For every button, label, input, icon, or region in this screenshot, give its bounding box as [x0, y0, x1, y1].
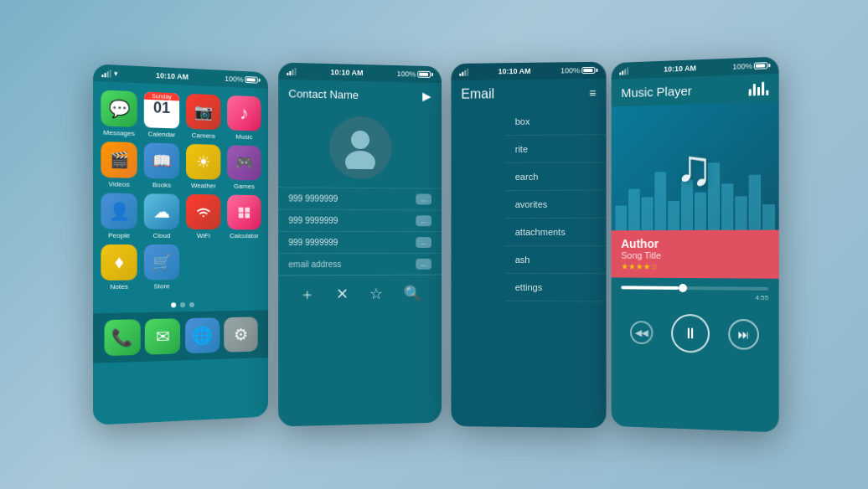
app-music[interactable]: ♪ Music	[226, 95, 261, 142]
app-videos[interactable]: 🎬 Videos	[100, 142, 137, 188]
play-icon[interactable]: ▶	[422, 90, 431, 103]
avatar-area	[278, 106, 442, 188]
dock-mail[interactable]: ✉	[145, 318, 180, 354]
calendar-icon: Sunday 01	[144, 92, 179, 129]
battery-pct-3: 100%	[561, 66, 580, 75]
notes-icon: ♦	[101, 244, 137, 281]
avatar	[329, 116, 392, 179]
contacts-bottom-bar: ＋ ✕ ☆ 🔍	[278, 275, 442, 313]
status-left-1: ▾	[101, 69, 118, 78]
app-notes[interactable]: ♦ Notes	[100, 244, 137, 291]
star-icon[interactable]: ☆	[369, 285, 382, 303]
email-title: Email	[461, 86, 494, 101]
status-left-2	[287, 67, 296, 75]
phone-email: 10:10 AM 100% Email ≡ box rite earch avo…	[451, 61, 606, 428]
search-icon[interactable]: 🔍	[403, 285, 421, 303]
phone-contacts: 10:10 AM 100% Contact Name ▶	[278, 63, 442, 427]
contact-action-btn-3[interactable]: ...	[416, 237, 431, 248]
hamburger-icon[interactable]: ≡	[589, 86, 596, 100]
messages-label: Messages	[103, 129, 135, 137]
people-icon: 👤	[101, 193, 137, 229]
app-cloud[interactable]: ☁ Cloud	[143, 193, 180, 239]
menu-item-favorites[interactable]: avorites	[505, 190, 607, 218]
album-art: ♫	[612, 102, 779, 231]
camera-label: Camera	[192, 131, 215, 140]
contact-row-3: 999 9999999 ...	[278, 231, 442, 253]
player-controls: ◀◀ ⏸ ⏭	[612, 305, 779, 363]
cloud-label: Cloud	[153, 232, 171, 239]
contact-name: Contact Name	[288, 87, 359, 101]
contact-row-1: 999 9999999 ...	[278, 187, 442, 209]
weather-label: Weather	[191, 182, 216, 189]
menu-item-settings[interactable]: ettings	[505, 273, 607, 301]
dot-3	[189, 302, 194, 307]
song-info: Author Song Title ★★★★☆	[612, 230, 779, 279]
bottom-dock: 📞 ✉ 🌐 ⚙	[93, 310, 268, 363]
calendar-label: Calendar	[148, 130, 176, 138]
app-messages[interactable]: 💬 Messages	[100, 90, 137, 137]
contact-action-btn-4[interactable]: ...	[416, 259, 431, 270]
contact-action-btn-2[interactable]: ...	[416, 215, 431, 226]
status-left-4	[619, 67, 628, 75]
status-bar-3: 10:10 AM 100%	[451, 61, 606, 80]
svg-point-0	[351, 130, 369, 148]
menu-item-search[interactable]: earch	[505, 162, 607, 191]
phone-number-2: 999 9999999	[288, 216, 338, 225]
camera-icon: 📷	[186, 94, 220, 130]
app-wifi[interactable]: WiFi	[185, 194, 221, 239]
app-camera[interactable]: 📷 Camera	[185, 94, 221, 140]
dock-settings[interactable]: ⚙	[224, 317, 257, 352]
phone-home: ▾ 10:10 AM 100% 💬 Messages Sunday	[93, 64, 268, 425]
app-books[interactable]: 📖 Books	[143, 142, 180, 188]
menu-item-attachments[interactable]: attachments	[505, 218, 607, 245]
progress-area: 4:55	[612, 277, 779, 306]
people-label: People	[108, 232, 130, 239]
song-title: Song Title	[621, 250, 768, 260]
prev-track-button[interactable]: ◀◀	[630, 321, 653, 344]
wifi-app-icon	[186, 194, 220, 229]
app-weather[interactable]: ☀ Weather	[185, 144, 221, 190]
music-app-label: Music	[235, 133, 252, 141]
app-store[interactable]: 🛒 Store	[143, 244, 180, 291]
contact-email-row: email address ...	[278, 253, 442, 275]
progress-bar[interactable]	[621, 286, 768, 291]
status-right-3: 100%	[561, 65, 597, 75]
battery-icon-2	[417, 71, 433, 78]
email-header: Email ≡	[451, 78, 606, 108]
battery-pct-2: 100%	[397, 69, 416, 78]
wifi-icon: ▾	[114, 69, 118, 78]
contact-action-btn-1[interactable]: ...	[416, 193, 431, 204]
app-games[interactable]: 🎮 Games	[226, 145, 261, 190]
next-track-button[interactable]: ⏭	[728, 319, 759, 350]
progress-fill	[621, 286, 679, 290]
music-title: Music Player	[621, 84, 692, 100]
signal-icon-4	[619, 67, 628, 75]
equalizer-icon	[749, 81, 769, 95]
menu-item-favorite[interactable]: rite	[505, 135, 607, 163]
menu-item-trash[interactable]: ash	[505, 245, 607, 273]
status-time-1: 10:10 AM	[156, 71, 189, 81]
menu-item-inbox[interactable]: box	[505, 107, 607, 136]
dock-phone[interactable]: 📞	[104, 319, 140, 356]
books-icon: 📖	[144, 142, 179, 178]
music-note-icon: ♫	[675, 138, 713, 197]
svg-point-1	[345, 150, 375, 168]
signal-icon-3	[459, 68, 468, 75]
dot-2	[180, 302, 185, 307]
contacts-header: Contact Name ▶	[278, 80, 442, 110]
app-people[interactable]: 👤 People	[100, 193, 137, 239]
messages-icon: 💬	[101, 90, 137, 126]
add-icon[interactable]: ＋	[299, 284, 314, 304]
status-time-2: 10:10 AM	[330, 68, 363, 77]
status-time-4: 10:10 AM	[664, 64, 696, 73]
status-left-3	[459, 68, 468, 75]
battery-pct-1: 100%	[225, 75, 243, 84]
games-label: Games	[234, 183, 255, 190]
app-calculator[interactable]: Calculator	[226, 195, 261, 240]
dock-browser[interactable]: 🌐	[185, 317, 220, 353]
song-rating: ★★★★☆	[621, 262, 768, 272]
contact-row-2: 999 9999999 ...	[278, 209, 442, 232]
app-calendar[interactable]: Sunday 01 Calendar	[143, 92, 180, 139]
play-pause-button[interactable]: ⏸	[671, 314, 710, 353]
close-icon[interactable]: ✕	[335, 285, 348, 303]
